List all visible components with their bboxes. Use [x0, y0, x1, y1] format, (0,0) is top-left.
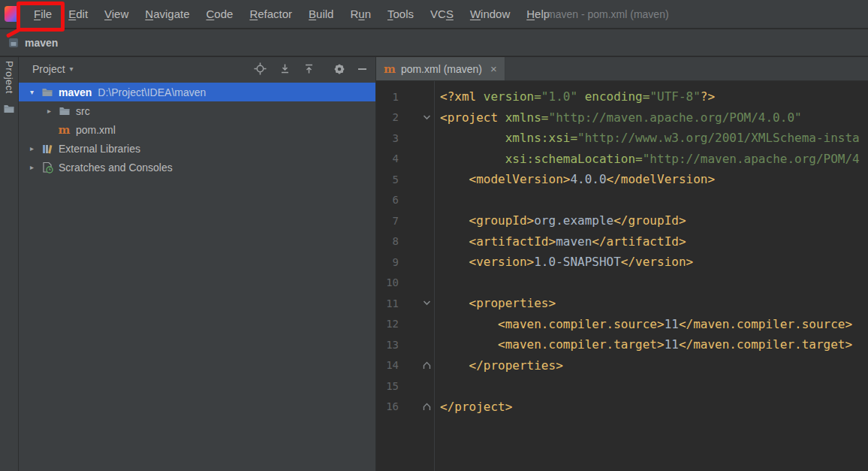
- menu-bar: FileEditViewNavigateCodeRefactorBuildRun…: [0, 0, 868, 29]
- tool-window-stripe: Project: [0, 57, 19, 471]
- chevron-down-icon: ▾: [70, 65, 74, 73]
- collapse-all-icon[interactable]: [303, 63, 315, 74]
- line-number: 7: [376, 215, 399, 227]
- tab-pom-xml[interactable]: m pom.xml (maven) ×: [376, 57, 505, 80]
- tree-label: maven: [59, 86, 92, 98]
- code-area: 12345678910111213141516 <?xml version="1…: [376, 81, 868, 471]
- project-panel: Project ▾ ▾mavenD:\Project\IDEA\maven▸sr…: [19, 57, 376, 471]
- line-number: 11: [376, 297, 399, 309]
- project-panel-header: Project ▾: [19, 57, 375, 80]
- line-number: 13: [376, 339, 399, 351]
- navigation-bar: maven: [0, 29, 868, 56]
- line-number: 3: [376, 132, 399, 144]
- gear-icon[interactable]: [333, 63, 345, 75]
- line-number: 16: [376, 400, 399, 412]
- menu-view[interactable]: View: [96, 0, 137, 28]
- project-view-label: Project: [32, 63, 65, 75]
- menu-refactor[interactable]: Refactor: [241, 0, 300, 28]
- window-title: maven - pom.xml (maven): [547, 0, 669, 29]
- line-number: 14: [376, 359, 399, 371]
- tree-label: Scratches and Consoles: [59, 162, 173, 174]
- code-line-12[interactable]: <maven.compiler.source>11</maven.compile…: [440, 314, 868, 335]
- code-line-1[interactable]: <?xml version="1.0" encoding="UTF-8"?>: [440, 86, 868, 107]
- tab-label: pom.xml (maven): [401, 63, 482, 75]
- fold-open-icon[interactable]: [399, 113, 434, 122]
- line-number: 5: [376, 174, 399, 186]
- project-icon: [8, 37, 20, 49]
- code-line-10[interactable]: [440, 273, 868, 294]
- project-view-selector[interactable]: Project ▾: [32, 63, 74, 75]
- project-panel-toolbar: [254, 62, 366, 75]
- tree-suffix: D:\Project\IDEA\maven: [98, 86, 206, 98]
- code-line-4[interactable]: xsi:schemaLocation="http://maven.apache.…: [440, 149, 868, 170]
- code-line-13[interactable]: <maven.compiler.target>11</maven.compile…: [440, 334, 868, 355]
- fold-end-icon[interactable]: [399, 402, 434, 412]
- code-line-3[interactable]: xmlns:xsi="http://www.w3.org/2001/XMLSch…: [440, 128, 868, 149]
- scratch-icon: [39, 162, 55, 174]
- close-icon[interactable]: ×: [490, 62, 497, 75]
- editor-gutter: 12345678910111213141516: [376, 81, 435, 471]
- folder-icon: [56, 105, 72, 117]
- folder-icon: [39, 86, 55, 98]
- fold-open-icon[interactable]: [399, 298, 434, 308]
- breadcrumb-project[interactable]: maven: [25, 37, 58, 49]
- chevron-right-icon[interactable]: ▸: [42, 107, 56, 115]
- code-line-14[interactable]: </properties>: [440, 355, 868, 376]
- code-line-8[interactable]: <artifactId>maven</artifactId>: [440, 231, 868, 252]
- locate-icon[interactable]: [254, 62, 267, 75]
- code-line-11[interactable]: <properties>: [440, 293, 868, 314]
- fold-end-icon[interactable]: [399, 361, 434, 370]
- tree-item-pom-xml[interactable]: mpom.xml: [19, 120, 375, 139]
- line-number: 9: [376, 256, 399, 268]
- expand-all-icon[interactable]: [279, 63, 291, 74]
- editor-tabbar: m pom.xml (maven) ×: [376, 57, 868, 81]
- chevron-down-icon[interactable]: ▾: [25, 88, 39, 96]
- code-line-15[interactable]: [440, 376, 868, 397]
- line-number: 4: [376, 152, 399, 165]
- editor: m pom.xml (maven) × 12345678910111213141…: [376, 57, 868, 471]
- code-line-2[interactable]: <project xmlns="http://maven.apache.org/…: [440, 107, 868, 128]
- menu-build[interactable]: Build: [300, 0, 342, 28]
- annotation-red-box: [17, 2, 65, 32]
- menu-edit[interactable]: Edit: [60, 0, 96, 28]
- line-number: 15: [376, 380, 399, 392]
- tree-label: External Libraries: [59, 143, 140, 155]
- project-tree: ▾mavenD:\Project\IDEA\maven▸srcmpom.xml▸…: [19, 80, 375, 471]
- main-menu: FileEditViewNavigateCodeRefactorBuildRun…: [26, 0, 558, 28]
- menu-run[interactable]: Run: [342, 0, 379, 28]
- line-number: 1: [376, 91, 399, 103]
- folder-icon[interactable]: [3, 103, 15, 115]
- editor-content[interactable]: <?xml version="1.0" encoding="UTF-8"?><p…: [435, 81, 868, 471]
- tree-label: src: [76, 105, 90, 117]
- line-number: 12: [376, 318, 399, 330]
- chevron-right-icon[interactable]: ▸: [25, 163, 39, 171]
- tree-item-maven[interactable]: ▾mavenD:\Project\IDEA\maven: [19, 83, 375, 101]
- tree-item-external-libraries[interactable]: ▸External Libraries: [19, 139, 375, 158]
- code-line-16[interactable]: </project>: [440, 397, 868, 418]
- tree-item-scratches-and-consoles[interactable]: ▸Scratches and Consoles: [19, 158, 375, 177]
- menu-tools[interactable]: Tools: [379, 0, 422, 28]
- menu-window[interactable]: Window: [462, 0, 518, 28]
- line-number: 2: [376, 111, 399, 123]
- chevron-right-icon[interactable]: ▸: [25, 144, 39, 152]
- maven-icon: m: [384, 63, 396, 75]
- line-number: 10: [376, 276, 399, 288]
- tool-window-button-project[interactable]: Project: [4, 61, 15, 94]
- line-number: 6: [376, 194, 399, 206]
- tree-label: pom.xml: [76, 124, 116, 136]
- main-area: Project Project ▾ ▾mavenD:\Project\IDEA\…: [0, 57, 868, 471]
- code-line-5[interactable]: <modelVersion>4.0.0</modelVersion>: [440, 169, 868, 190]
- maven-icon: m: [56, 124, 72, 136]
- line-number: 8: [376, 235, 399, 247]
- menu-vcs[interactable]: VCS: [422, 0, 462, 28]
- code-line-9[interactable]: <version>1.0-SNAPSHOT</version>: [440, 252, 868, 273]
- library-icon: [39, 143, 55, 155]
- code-line-7[interactable]: <groupId>org.example</groupId>: [440, 210, 868, 231]
- menu-code[interactable]: Code: [198, 0, 242, 28]
- tree-item-src[interactable]: ▸src: [19, 101, 375, 120]
- menu-navigate[interactable]: Navigate: [137, 0, 197, 28]
- code-line-6[interactable]: [440, 190, 868, 211]
- hide-panel-icon[interactable]: [358, 68, 366, 70]
